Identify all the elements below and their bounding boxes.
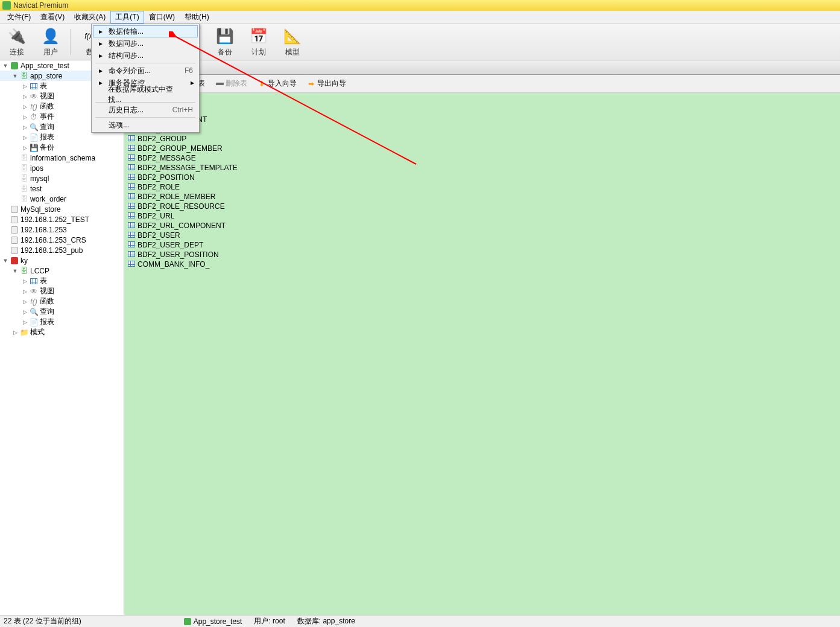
table-list: APP_VERSIONBDF2_COMPANYBDF2_COMPONENTBDF… — [124, 93, 840, 615]
conn-white-icon — [10, 246, 19, 255]
table-icon — [29, 277, 39, 285]
tree-node-9[interactable]: 🗄information_schema — [0, 153, 124, 163]
tree-node-26[interactable]: ▷📁模式 — [0, 327, 124, 337]
db-yellow-icon: 🗄 — [19, 164, 29, 173]
table-row[interactable]: BDF2_URL_COMPONENT — [127, 221, 838, 231]
connection-tree[interactable]: ▼App_store_test▼🗄app_store▷表▷👁视图▷f()函数▷⏱… — [0, 60, 124, 615]
tree-node-7[interactable]: ▷📄报表 — [0, 132, 124, 142]
model-icon: 📐 — [283, 27, 302, 46]
dropdown-item-8[interactable]: 历史日志...Ctrl+H — [93, 104, 198, 116]
table-row[interactable]: APP_VERSION — [127, 95, 838, 105]
tree-node-25[interactable]: ▷📄报表 — [0, 317, 124, 327]
table-row[interactable]: BDF2_COMPANY — [127, 105, 838, 115]
event-icon: ⏱ — [29, 113, 39, 121]
toolbar-backup[interactable]: 💾备份 — [208, 24, 242, 60]
toolbar-plug[interactable]: 🔌连接 — [0, 24, 34, 60]
conn-icon — [184, 618, 191, 625]
status-bar: 22 表 (22 位于当前的组) App_store_test 用户: root… — [0, 615, 840, 627]
db-green-icon: 🗄 — [19, 267, 29, 275]
conn-white-icon — [10, 226, 19, 234]
tree-node-13[interactable]: 🗄work_order — [0, 194, 124, 204]
table-icon — [128, 144, 136, 153]
menu-3[interactable]: 工具(T) — [110, 11, 144, 24]
fx-icon: f() — [29, 298, 39, 306]
tree-node-8[interactable]: ▷💾备份 — [0, 142, 124, 153]
backup-icon: 💾 — [29, 144, 39, 152]
table-row[interactable]: BDF2_MESSAGE_TEMPLATE — [127, 163, 838, 173]
table-row[interactable]: BDF2_COMPONENT — [127, 115, 838, 124]
dropdown-item-2[interactable]: ▸结构同步... — [93, 49, 198, 62]
menu-1[interactable]: 查看(V) — [36, 11, 69, 24]
monitor-icon: ▸ — [95, 78, 106, 88]
table-icon — [128, 260, 136, 269]
object-toolbar: 📂 🔧 ➕新建表➖删除表⬇导入向导➡导出向导 — [124, 75, 840, 93]
table-row[interactable]: BDF2_USER_POSITION — [127, 250, 838, 259]
table-icon — [128, 250, 136, 259]
tree-node-15[interactable]: 192.168.1.252_TEST — [0, 214, 124, 224]
sync-icon: ▸ — [95, 39, 106, 48]
table-row[interactable]: BDF2_USER_DEPT — [127, 240, 838, 250]
table-icon — [29, 82, 39, 91]
view-icon: 👁 — [29, 92, 39, 101]
fx-icon: f() — [29, 103, 39, 111]
conn-white-icon — [10, 205, 19, 214]
table-icon — [128, 135, 136, 143]
menu-2[interactable]: 收藏夹(A) — [69, 11, 110, 24]
tree-node-10[interactable]: 🗄ipos — [0, 163, 124, 173]
table-icon — [128, 202, 136, 211]
tree-node-14[interactable]: MySql_store — [0, 204, 124, 214]
table-icon — [128, 231, 136, 240]
tree-node-24[interactable]: ▷🔍查询 — [0, 307, 124, 317]
tree-node-20[interactable]: ▼🗄LCCP — [0, 266, 124, 276]
menu-4[interactable]: 窗口(W) — [144, 11, 180, 24]
table-row[interactable]: BDF2_GROUP — [127, 134, 838, 144]
menu-0[interactable]: 文件(F) — [2, 11, 36, 24]
tree-node-17[interactable]: 192.168.1.253_CRS — [0, 235, 124, 245]
table-icon — [128, 154, 136, 162]
view-icon: 👁 — [29, 287, 39, 296]
tree-node-16[interactable]: 192.168.1.253 — [0, 224, 124, 235]
table-row[interactable]: BDF2_ROLE_MEMBER — [127, 192, 838, 202]
menu-bar: 文件(F)查看(V)收藏夹(A)工具(T)窗口(W)帮助(H) — [0, 11, 840, 24]
table-row[interactable]: BDF2_GROUP_MEMBER — [127, 144, 838, 153]
dropdown-item-0[interactable]: ▸数据传输... — [93, 25, 198, 37]
dropdown-item-10[interactable]: 选项... — [93, 119, 198, 131]
status-user: 用户: root — [254, 616, 285, 626]
table-row[interactable]: BDF2_MESSAGE — [127, 153, 838, 163]
table-row[interactable]: BDF2_POSITION — [127, 173, 838, 182]
tree-node-18[interactable]: 192.168.1.253_pub — [0, 245, 124, 255]
window-title: Navicat Premium — [13, 1, 68, 10]
db-yellow-icon: 🗄 — [19, 195, 29, 203]
tree-node-19[interactable]: ▼ky — [0, 255, 124, 266]
export-icon: ➡ — [306, 79, 316, 89]
tree-node-22[interactable]: ▷👁视图 — [0, 286, 124, 296]
del-icon: ➖ — [215, 79, 224, 89]
table-row[interactable]: COMM_BANK_INFO_ — [127, 259, 838, 269]
toolbar-model[interactable]: 📐模型 — [276, 24, 309, 60]
table-row[interactable]: BDF2_ROLE_RESOURCE — [127, 202, 838, 211]
dropdown-item-6[interactable]: 在数据库或模式中查找... — [93, 89, 198, 101]
toolbar-user[interactable]: 👤用户 — [34, 24, 68, 60]
subtb-import[interactable]: ⬇导入向导 — [253, 77, 300, 90]
table-row[interactable]: BDF2_ROLE — [127, 182, 838, 192]
tree-node-23[interactable]: ▷f()函数 — [0, 296, 124, 307]
tree-node-11[interactable]: 🗄mysql — [0, 173, 124, 183]
table-row[interactable]: BDF2_URL — [127, 211, 838, 221]
table-row[interactable]: BDF2_USER — [127, 231, 838, 240]
blank-icon — [95, 105, 106, 115]
app-icon — [2, 1, 11, 10]
toolbar-calendar[interactable]: 📅计划 — [242, 24, 276, 60]
dropdown-item-1[interactable]: ▸数据同步... — [93, 37, 198, 49]
status-db: 数据库: app_store — [297, 616, 355, 626]
db-yellow-icon: 🗄 — [19, 174, 29, 183]
table-row[interactable]: BDF2_DEPT — [127, 124, 838, 134]
table-icon — [128, 164, 136, 172]
subtb-export[interactable]: ➡导出向导 — [303, 77, 350, 90]
tree-node-12[interactable]: 🗄test — [0, 183, 124, 194]
db-yellow-icon: 🗄 — [19, 185, 29, 193]
tree-node-21[interactable]: ▷表 — [0, 276, 124, 286]
tab-strip: 对象 — [124, 60, 840, 75]
menu-5[interactable]: 帮助(H) — [180, 11, 214, 24]
table-icon — [128, 193, 136, 201]
dropdown-item-4[interactable]: ▸命令列介面...F6 — [93, 65, 198, 77]
